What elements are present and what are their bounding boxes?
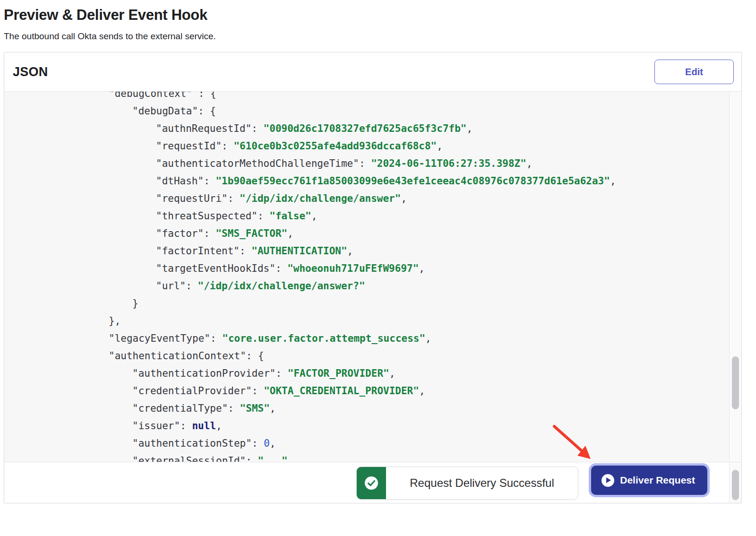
success-toast: Request Delivery Successful (356, 467, 578, 500)
code-line: } (4, 295, 729, 312)
page-subtitle: The outbound call Okta sends to the exte… (4, 31, 216, 42)
page-title: Preview & Deliver Event Hook (4, 7, 207, 24)
panel-footer: Request Delivery Successful Deliver Requ… (4, 462, 729, 503)
edit-button[interactable]: Edit (654, 60, 734, 84)
code-line: "debugData": { (4, 103, 729, 120)
panel-title: JSON (13, 65, 48, 79)
code-line: "factorIntent": "AUTHENTICATION", (4, 242, 729, 260)
json-panel: JSON Edit "debugContext" : {"debugData":… (4, 52, 742, 503)
code-line: "authnRequestId": "0090d26c1708327efd762… (4, 120, 729, 138)
json-code: "debugContext" : {"debugData": {"authnRe… (4, 92, 729, 463)
toast-green-cap (357, 467, 386, 499)
code-line: "url": "/idp/idx/challenge/answer?" (4, 277, 729, 295)
code-line: "requestUri": "/idp/idx/challenge/answer… (4, 190, 729, 207)
code-line: "externalSessionId": "..." (4, 452, 729, 463)
code-line: "factor": "SMS_FACTOR", (4, 225, 729, 242)
toast-message: Request Delivery Successful (386, 467, 578, 499)
code-line: "authenticationStep": 0, (4, 435, 729, 452)
code-line: "credentialType": "SMS", (4, 400, 729, 417)
code-line: "authenticatorMethodChallengeTime": "202… (4, 155, 729, 173)
code-line: "requestId": "610ce0b3c0255afe4add936dcc… (4, 138, 729, 155)
play-icon (601, 474, 614, 487)
scrollbar-thumb-lower[interactable] (732, 470, 739, 500)
json-code-area[interactable]: "debugContext" : {"debugData": {"authnRe… (4, 92, 729, 463)
scrollbar-track[interactable] (729, 92, 741, 503)
page: Preview & Deliver Event Hook The outboun… (0, 0, 756, 536)
code-line: "issuer": null, (4, 417, 729, 435)
code-line: "threatSuspected": "false", (4, 207, 729, 225)
code-line: "dtHash": "1b90aef59ecc761f1a85003099e6e… (4, 173, 729, 190)
code-line: "authenticationContext": { (4, 347, 729, 365)
code-line: "credentialProvider": "OKTA_CREDENTIAL_P… (4, 382, 729, 400)
code-line: "targetEventHookIds": "whoeonuh717uFEfW9… (4, 260, 729, 277)
deliver-request-label: Deliver Request (620, 475, 695, 486)
panel-header: JSON Edit (4, 52, 741, 92)
scrollbar-thumb-upper[interactable] (732, 356, 739, 409)
code-line: }, (4, 312, 729, 330)
code-line: "debugContext" : { (4, 92, 729, 103)
deliver-request-button[interactable]: Deliver Request (591, 466, 707, 495)
code-line: "legacyEventType": "core.user.factor.att… (4, 330, 729, 347)
check-circle-icon (362, 474, 380, 492)
code-line: "authenticationProvider": "FACTOR_PROVID… (4, 365, 729, 382)
